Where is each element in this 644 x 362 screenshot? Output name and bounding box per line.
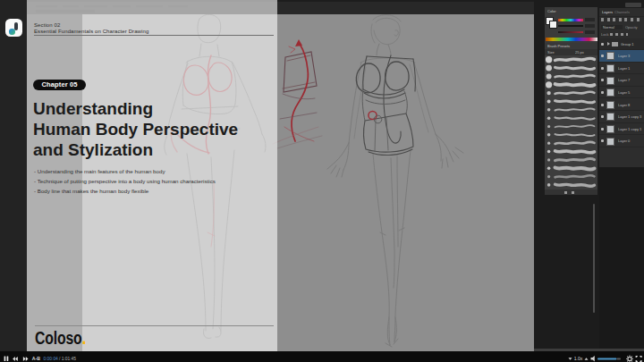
svg-text:1.0x: 1.0x (574, 356, 583, 361)
svg-text:A-B: A-B (32, 356, 40, 361)
svg-text:/ 1:01:45: / 1:01:45 (59, 357, 76, 361)
svg-text:0:00:04: 0:00:04 (44, 357, 59, 361)
